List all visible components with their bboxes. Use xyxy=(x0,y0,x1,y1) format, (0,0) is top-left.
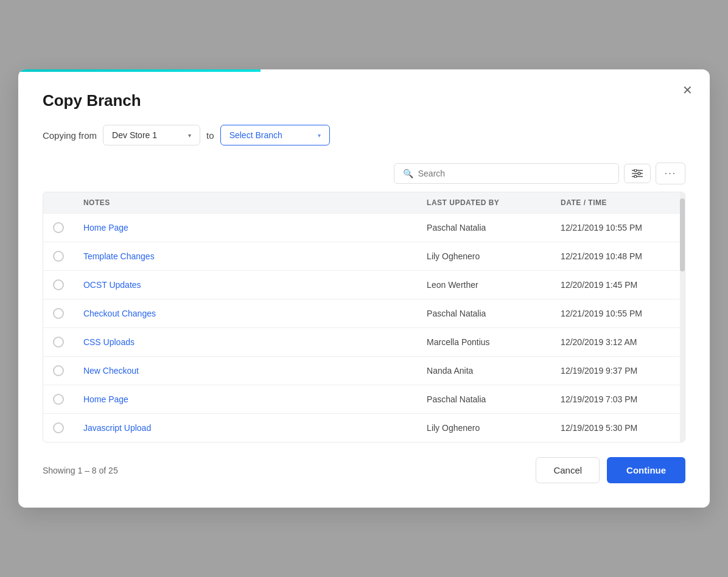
branch-radio-7[interactable] xyxy=(53,422,64,433)
select-branch-value: Select Branch xyxy=(229,130,282,140)
toolbar-row: 🔍 ··· xyxy=(43,163,685,184)
copying-from-label: Copying from xyxy=(43,130,97,141)
modal-overlay: ✕ Copy Branch Copying from Dev Store 1 ▾… xyxy=(0,0,728,577)
search-input[interactable] xyxy=(418,169,610,178)
branch-radio-3[interactable] xyxy=(53,308,64,319)
branch-updated-by-2: Leon Werther xyxy=(417,280,551,290)
table-row[interactable]: New Checkout Nanda Anita 12/19/2019 9:37… xyxy=(43,356,685,385)
radio-cell xyxy=(43,308,74,319)
branch-date-2: 12/20/2019 1:45 PM xyxy=(551,280,685,290)
branch-updated-by-0: Paschal Natalia xyxy=(417,223,551,233)
branch-radio-4[interactable] xyxy=(53,337,64,348)
filter-icon xyxy=(632,169,643,178)
radio-cell xyxy=(43,337,74,348)
branch-radio-5[interactable] xyxy=(53,365,64,376)
modal-title: Copy Branch xyxy=(43,91,685,110)
branch-date-6: 12/19/2019 7:03 PM xyxy=(551,394,685,404)
copy-row: Copying from Dev Store 1 ▾ to Select Bra… xyxy=(43,125,685,145)
branch-updated-by-7: Lily Oghenero xyxy=(417,423,551,433)
branch-updated-by-1: Lily Oghenero xyxy=(417,251,551,261)
to-label: to xyxy=(206,130,214,141)
chevron-down-icon-2: ▾ xyxy=(318,132,321,139)
col-date-header: DATE / TIME xyxy=(551,198,685,207)
branches-table: NOTES LAST UPDATED BY DATE / TIME Home P… xyxy=(43,192,685,442)
branch-updated-by-3: Paschal Natalia xyxy=(417,309,551,318)
table-row[interactable]: OCST Updates Leon Werther 12/20/2019 1:4… xyxy=(43,270,685,299)
radio-cell xyxy=(43,251,74,262)
branch-note-5[interactable]: New Checkout xyxy=(74,366,417,376)
ellipsis-icon: ··· xyxy=(665,168,676,179)
svg-point-3 xyxy=(634,169,637,172)
branch-updated-by-5: Nanda Anita xyxy=(417,366,551,376)
table-row[interactable]: Home Page Paschal Natalia 12/21/2019 10:… xyxy=(43,213,685,242)
branch-radio-0[interactable] xyxy=(53,222,64,233)
radio-cell xyxy=(43,279,74,290)
branch-radio-6[interactable] xyxy=(53,394,64,405)
table-row[interactable]: Template Changes Lily Oghenero 12/21/201… xyxy=(43,242,685,270)
branch-date-0: 12/21/2019 10:55 PM xyxy=(551,223,685,233)
filter-button[interactable] xyxy=(624,164,651,183)
radio-cell xyxy=(43,422,74,433)
search-icon: 🔍 xyxy=(403,169,413,178)
modal-footer: Showing 1 – 8 of 25 Cancel Continue xyxy=(43,442,685,488)
table-rows-container: Home Page Paschal Natalia 12/21/2019 10:… xyxy=(43,213,685,442)
branch-date-4: 12/20/2019 3:12 AM xyxy=(551,337,685,347)
source-store-dropdown[interactable]: Dev Store 1 ▾ xyxy=(103,125,200,145)
more-options-button[interactable]: ··· xyxy=(656,163,685,184)
branch-updated-by-6: Paschal Natalia xyxy=(417,394,551,404)
svg-point-5 xyxy=(634,175,637,178)
table-header: NOTES LAST UPDATED BY DATE / TIME xyxy=(43,192,685,213)
table-row[interactable]: Checkout Changes Paschal Natalia 12/21/2… xyxy=(43,299,685,327)
close-button[interactable]: ✕ xyxy=(680,82,695,99)
showing-count: Showing 1 – 8 of 25 xyxy=(43,466,118,475)
continue-button[interactable]: Continue xyxy=(607,457,685,483)
radio-cell xyxy=(43,394,74,405)
branch-note-6[interactable]: Home Page xyxy=(74,394,417,404)
scrollbar-track xyxy=(680,192,685,442)
source-store-value: Dev Store 1 xyxy=(112,130,157,140)
radio-cell xyxy=(43,222,74,233)
branch-date-5: 12/19/2019 9:37 PM xyxy=(551,366,685,376)
search-box[interactable]: 🔍 xyxy=(394,163,619,184)
branch-note-4[interactable]: CSS Uploads xyxy=(74,337,417,347)
branch-date-1: 12/21/2019 10:48 PM xyxy=(551,251,685,261)
branch-note-1[interactable]: Template Changes xyxy=(74,251,417,261)
branch-radio-1[interactable] xyxy=(53,251,64,262)
modal-body: Copy Branch Copying from Dev Store 1 ▾ t… xyxy=(18,72,710,508)
radio-cell xyxy=(43,365,74,376)
branch-radio-2[interactable] xyxy=(53,279,64,290)
footer-buttons: Cancel Continue xyxy=(536,457,685,483)
scrollbar-thumb[interactable] xyxy=(680,198,685,271)
select-branch-dropdown[interactable]: Select Branch ▾ xyxy=(220,125,330,145)
branch-updated-by-4: Marcella Pontius xyxy=(417,337,551,347)
cancel-button[interactable]: Cancel xyxy=(536,457,600,483)
col-select-header xyxy=(43,198,74,207)
table-row[interactable]: Home Page Paschal Natalia 12/19/2019 7:0… xyxy=(43,385,685,413)
col-updated-header: LAST UPDATED BY xyxy=(417,198,551,207)
modal-dialog: ✕ Copy Branch Copying from Dev Store 1 ▾… xyxy=(18,69,710,508)
branch-note-0[interactable]: Home Page xyxy=(74,223,417,233)
table-row[interactable]: CSS Uploads Marcella Pontius 12/20/2019 … xyxy=(43,327,685,356)
table-row[interactable]: Javascript Upload Lily Oghenero 12/19/20… xyxy=(43,413,685,442)
branch-note-7[interactable]: Javascript Upload xyxy=(74,423,417,433)
col-notes-header: NOTES xyxy=(74,198,417,207)
branch-date-3: 12/21/2019 10:55 PM xyxy=(551,309,685,318)
chevron-down-icon: ▾ xyxy=(188,132,191,139)
branch-note-3[interactable]: Checkout Changes xyxy=(74,309,417,318)
branch-date-7: 12/19/2019 5:30 PM xyxy=(551,423,685,433)
svg-point-4 xyxy=(638,172,640,175)
branch-note-2[interactable]: OCST Updates xyxy=(74,280,417,290)
